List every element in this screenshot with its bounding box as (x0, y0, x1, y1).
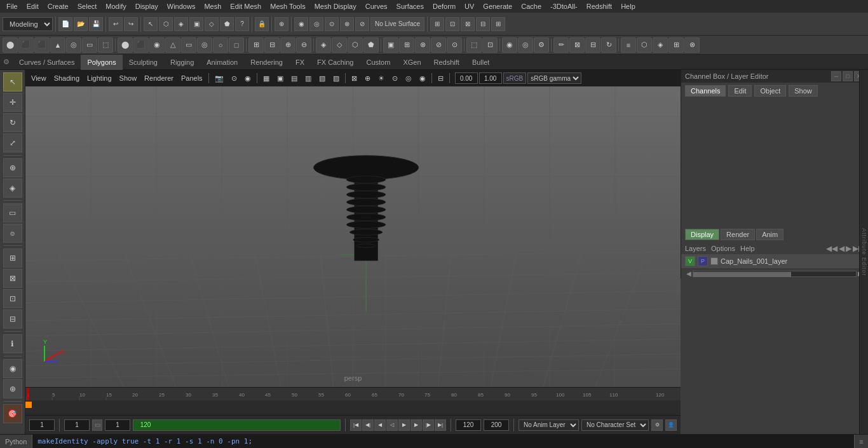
exposure-field[interactable] (455, 72, 478, 84)
menu-curves[interactable]: Curves (362, 0, 391, 13)
edit-tab[interactable]: Edit (728, 85, 752, 97)
view-menu-button[interactable]: View (28, 72, 50, 85)
tab-sculpting[interactable]: Sculpting (123, 55, 164, 70)
go-start-button[interactable]: |◀ (350, 419, 362, 431)
snap-to-grid-button[interactable]: ⊞ (3, 248, 22, 268)
tab-animation[interactable]: Animation (200, 55, 244, 70)
display-mode6-button[interactable]: ▨ (330, 72, 342, 85)
menu-surfaces[interactable]: Surfaces (393, 0, 428, 13)
render-view-button[interactable]: ◉ (3, 359, 22, 378)
menu-modify[interactable]: Modify (102, 0, 130, 13)
plane-icon[interactable]: ▭ (82, 37, 97, 53)
mesh-op1-icon[interactable]: ▣ (383, 37, 398, 53)
outliner-icon[interactable]: ≡ (621, 37, 636, 53)
open-scene-button[interactable]: 📂 (74, 17, 88, 31)
range-start-field[interactable] (456, 419, 481, 431)
no-anim-layer-dropdown[interactable]: No Anim Layer (519, 419, 579, 431)
layers-menu-layers[interactable]: Layers (685, 245, 706, 252)
pipe-icon[interactable]: ⬚ (98, 37, 113, 53)
display-tab[interactable]: Display (685, 229, 719, 240)
layer-visibility-button[interactable]: V (685, 256, 695, 266)
unparent-icon[interactable]: ⊖ (296, 37, 311, 53)
menu-cache[interactable]: Cache (517, 0, 545, 13)
isolate-icon[interactable]: ⊟ (585, 37, 600, 53)
layers-arrow-2[interactable]: ◀ (839, 244, 844, 253)
menu-deform[interactable]: Deform (429, 0, 459, 13)
attribute-editor-side-label[interactable]: Attribute Editor (859, 70, 868, 434)
show-menu-button[interactable]: Show (116, 72, 140, 85)
tab-custom[interactable]: Custom (360, 55, 397, 70)
snap-button[interactable]: ⊕ (275, 17, 288, 31)
lighting4-button[interactable]: ◎ (402, 72, 415, 85)
lock-button[interactable]: 🔒 (255, 17, 269, 31)
torus-icon[interactable]: ◎ (66, 37, 81, 53)
object-tab[interactable]: Object (754, 85, 786, 97)
render-settings-icon[interactable]: ⚙ (534, 37, 549, 53)
panels-menu-button[interactable]: Panels (178, 72, 206, 85)
mesh-op4-icon[interactable]: ⊘ (431, 37, 446, 53)
mesh-op3-icon[interactable]: ⊗ (415, 37, 430, 53)
snap-surface-button[interactable]: ⊞ (491, 17, 505, 31)
node-editor-icon[interactable]: ⊗ (684, 37, 700, 53)
layer-color-swatch[interactable] (710, 257, 718, 265)
display-mode3-button[interactable]: ▤ (288, 72, 301, 85)
snap-view-button[interactable]: ⊟ (476, 17, 490, 31)
render-tab[interactable]: Render (721, 229, 755, 240)
render2-button[interactable]: ◎ (309, 17, 323, 31)
lighting3-button[interactable]: ⊙ (389, 72, 401, 85)
lighting5-button[interactable]: ◉ (416, 72, 429, 85)
gamma-dropdown[interactable]: sRGB gamma (527, 72, 581, 84)
anim-end-field[interactable] (136, 421, 155, 430)
menu-file[interactable]: File (3, 0, 22, 13)
tab-fx[interactable]: FX (289, 55, 311, 70)
anim-settings-button[interactable]: ⚙ (651, 419, 663, 431)
play-forward-button[interactable]: ▶ (398, 419, 410, 431)
new-scene-button[interactable]: 📄 (58, 17, 72, 31)
display-mode5-button[interactable]: ▧ (316, 72, 329, 85)
cube-icon[interactable]: ⬛ (18, 37, 34, 53)
xray-icon[interactable]: ⊠ (569, 37, 585, 53)
lasso-select-button[interactable]: ⌾ (3, 224, 22, 243)
frame-field-2[interactable] (64, 419, 90, 431)
nurbs-cube-icon[interactable]: ⬛ (133, 37, 149, 53)
render5-button[interactable]: ⊘ (355, 17, 369, 31)
tab-xgen[interactable]: XGen (397, 55, 427, 70)
lighting1-button[interactable]: ⊕ (362, 72, 374, 85)
soft-mod-button[interactable]: ◈ (3, 179, 22, 198)
mesh-op2-icon[interactable]: ⊞ (399, 37, 414, 53)
menu-create[interactable]: Create (44, 0, 72, 13)
menu-mesh-display[interactable]: Mesh Display (311, 0, 360, 13)
rp-minimize-button[interactable]: ─ (831, 71, 841, 81)
uv2-icon[interactable]: ⊡ (482, 37, 498, 53)
cone-icon[interactable]: ▲ (50, 37, 65, 53)
timeline-ruler[interactable]: 1 5 10 15 20 25 30 35 40 45 50 55 (25, 388, 681, 400)
scale-tool-button[interactable]: ⤢ (3, 133, 22, 153)
hypershade-icon[interactable]: ◈ (653, 37, 668, 53)
xray-button[interactable]: ⊠ (348, 72, 360, 85)
nurbs-cone-icon[interactable]: △ (165, 37, 180, 53)
render3-button[interactable]: ⊙ (325, 17, 339, 31)
snap-point-button[interactable]: ⊠ (461, 17, 475, 31)
sphere-icon[interactable]: ⬤ (3, 37, 18, 53)
marquee-button[interactable]: ▣ (189, 17, 203, 31)
nurbs-torus-icon[interactable]: ◎ (197, 37, 212, 53)
timeline-playhead[interactable] (25, 400, 681, 409)
nurbs-square-icon[interactable]: □ (229, 37, 244, 53)
universal-tool-button[interactable]: ⊕ (3, 158, 22, 177)
select-mode1-button[interactable]: ◉ (241, 72, 254, 85)
tab-redshift[interactable]: Redshift (428, 55, 466, 70)
display-mode2-button[interactable]: ▣ (274, 72, 287, 85)
rect-select-button[interactable]: ▭ (3, 203, 22, 222)
rp-maximize-button[interactable]: □ (843, 71, 853, 81)
layer-name-label[interactable]: Cap_Nails_001_layer (721, 257, 864, 265)
display-mode4-button[interactable]: ▥ (302, 72, 315, 85)
live-surface-button[interactable]: No Live Surface (370, 17, 424, 31)
connection-icon[interactable]: ⬡ (637, 37, 652, 53)
menu-edit[interactable]: Edit (23, 0, 43, 13)
layers-menu-options[interactable]: Options (711, 245, 735, 252)
redo-button[interactable]: ↪ (124, 17, 138, 31)
tab-bullet[interactable]: Bullet (466, 55, 496, 70)
play-back-button[interactable]: ◁ (386, 419, 398, 431)
uv-editor-icon[interactable]: ⊞ (668, 37, 684, 53)
deform1-icon[interactable]: ◈ (316, 37, 331, 53)
